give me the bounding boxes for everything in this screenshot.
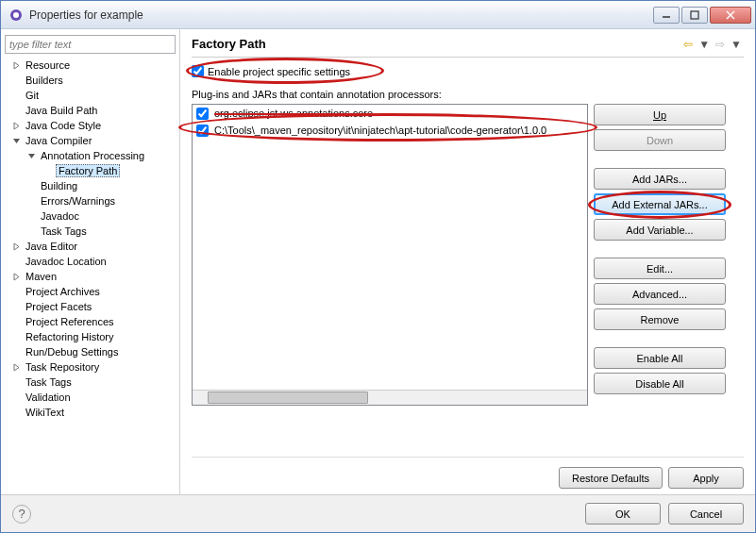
scrollbar-thumb[interactable] [208,391,368,404]
list-row[interactable]: org.eclipse.jst.ws.annotations.core [193,105,587,122]
horizontal-scrollbar[interactable] [193,390,587,405]
tree-item-label: Annotation Processing [39,150,146,161]
list-label: Plug-ins and JARs that contain annotatio… [192,89,744,100]
tree-item-label: Task Tags [24,376,74,388]
list-area: org.eclipse.jst.ws.annotations.coreC:\To… [192,104,744,451]
minimize-button[interactable] [653,7,680,24]
up-button[interactable]: Up [594,104,726,125]
tree-item-label: Maven [24,271,59,282]
titlebar: Properties for example [1,1,755,29]
add-jars-button[interactable]: Add JARs... [594,168,726,190]
chevron-right-icon[interactable] [10,120,22,131]
tree-item-label: Git [24,90,41,101]
ok-button[interactable]: OK [585,503,661,525]
tree-item-task-tags[interactable]: Task Tags [5,224,176,239]
tree-item-label: Project References [24,316,116,327]
chevron-right-icon[interactable] [10,361,22,373]
back-menu-caret[interactable]: ▼ [697,38,712,51]
tree-item-project-references[interactable]: Project References [5,314,176,329]
list-row-checkbox[interactable] [196,108,209,120]
bottom-buttons: Restore Defaults Apply [192,457,744,489]
tree-item-validation[interactable]: Validation [5,390,176,405]
advanced-button[interactable]: Advanced... [594,283,726,305]
chevron-right-icon[interactable] [10,271,22,282]
tree-item-project-archives[interactable]: Project Archives [5,284,176,299]
back-icon[interactable]: ⇦ [681,38,695,51]
tree-item-builders[interactable]: Builders [5,73,176,88]
list-row-label: C:\Tools\_maven_repository\it\ninjatech\… [214,125,546,136]
tree-item-building[interactable]: Building [5,178,176,193]
tree-item-java-build-path[interactable]: Java Build Path [5,103,176,118]
remove-button[interactable]: Remove [594,308,726,330]
close-button[interactable] [710,7,751,24]
tree-item-label: Run/Debug Settings [24,346,120,358]
window-title: Properties for example [29,8,653,22]
chevron-right-icon[interactable] [10,59,22,71]
twisty-spacer [25,225,37,237]
footer-buttons: OK Cancel [31,503,744,525]
tree-item-java-code-style[interactable]: Java Code Style [5,118,176,133]
tree-item-project-facets[interactable]: Project Facets [5,299,176,314]
tree-item-label: Javadoc [39,210,81,222]
tree-item-factory-path[interactable]: Factory Path [5,163,176,178]
tree-item-java-compiler[interactable]: Java Compiler [5,133,176,148]
enable-project-specific-row: Enable project specific settings [192,65,744,77]
chevron-down-icon[interactable] [10,135,22,146]
tree-item-resource[interactable]: Resource [5,58,176,73]
filter-input[interactable] [5,35,176,54]
maximize-button[interactable] [681,7,708,24]
sidebar: ResourceBuildersGitJava Build PathJava C… [1,29,180,494]
tree-item-git[interactable]: Git [5,88,176,103]
tree-item-javadoc-location[interactable]: Javadoc Location [5,254,176,269]
side-buttons: Up Down Add JARs... Add External JARs...… [594,104,726,451]
list-row-label: org.eclipse.jst.ws.annotations.core [214,108,373,119]
forward-icon[interactable]: ⇨ [714,38,727,51]
enable-project-specific-checkbox[interactable] [192,65,204,77]
content-header: Factory Path ⇦ ▼ ⇨ ▼ [192,37,744,58]
list-row[interactable]: C:\Tools\_maven_repository\it\ninjatech\… [193,122,587,139]
main-area: ResourceBuildersGitJava Build PathJava C… [1,29,755,494]
add-variable-button[interactable]: Add Variable... [594,219,726,241]
list-row-checkbox[interactable] [196,125,209,137]
twisty-spacer [10,391,22,403]
help-icon[interactable]: ? [12,505,31,524]
edit-button[interactable]: Edit... [594,258,726,279]
category-tree[interactable]: ResourceBuildersGitJava Build PathJava C… [5,54,176,489]
svg-point-1 [13,12,19,18]
tree-item-maven[interactable]: Maven [5,269,176,284]
tree-item-label: Java Editor [24,241,79,252]
tree-item-label: Refactoring History [24,331,116,342]
tree-item-label: Factory Path [56,164,120,177]
tree-item-label: Javadoc Location [24,256,109,267]
page-title: Factory Path [192,37,681,51]
chevron-right-icon[interactable] [10,241,22,252]
down-button[interactable]: Down [594,129,726,151]
content-area: Factory Path ⇦ ▼ ⇨ ▼ Enable project spec… [180,29,755,494]
twisty-spacer [10,105,22,116]
forward-menu-caret[interactable]: ▼ [729,38,744,51]
processors-list[interactable]: org.eclipse.jst.ws.annotations.coreC:\To… [192,104,588,406]
chevron-down-icon[interactable] [25,150,37,161]
disable-all-button[interactable]: Disable All [594,373,726,394]
apply-button[interactable]: Apply [668,467,744,489]
twisty-spacer [10,331,22,342]
enable-all-button[interactable]: Enable All [594,347,726,369]
tree-item-errors-warnings[interactable]: Errors/Warnings [5,193,176,208]
tree-item-javadoc[interactable]: Javadoc [5,208,176,224]
add-external-jars-button[interactable]: Add External JARs... [594,193,726,215]
svg-rect-3 [691,11,698,19]
restore-defaults-button[interactable]: Restore Defaults [559,467,663,489]
tree-item-refactoring-history[interactable]: Refactoring History [5,329,176,344]
tree-item-task-tags[interactable]: Task Tags [5,375,176,390]
tree-item-label: Task Repository [24,361,101,373]
tree-item-label: Errors/Warnings [39,195,117,207]
tree-item-task-repository[interactable]: Task Repository [5,359,176,375]
tree-item-java-editor[interactable]: Java Editor [5,239,176,254]
window-controls [653,7,751,24]
tree-item-annotation-processing[interactable]: Annotation Processing [5,148,176,163]
tree-item-wikitext[interactable]: WikiText [5,405,176,420]
tree-item-label: Builders [24,75,65,86]
tree-item-run-debug-settings[interactable]: Run/Debug Settings [5,344,176,359]
tree-item-label: Resource [24,59,72,71]
cancel-button[interactable]: Cancel [668,503,744,525]
